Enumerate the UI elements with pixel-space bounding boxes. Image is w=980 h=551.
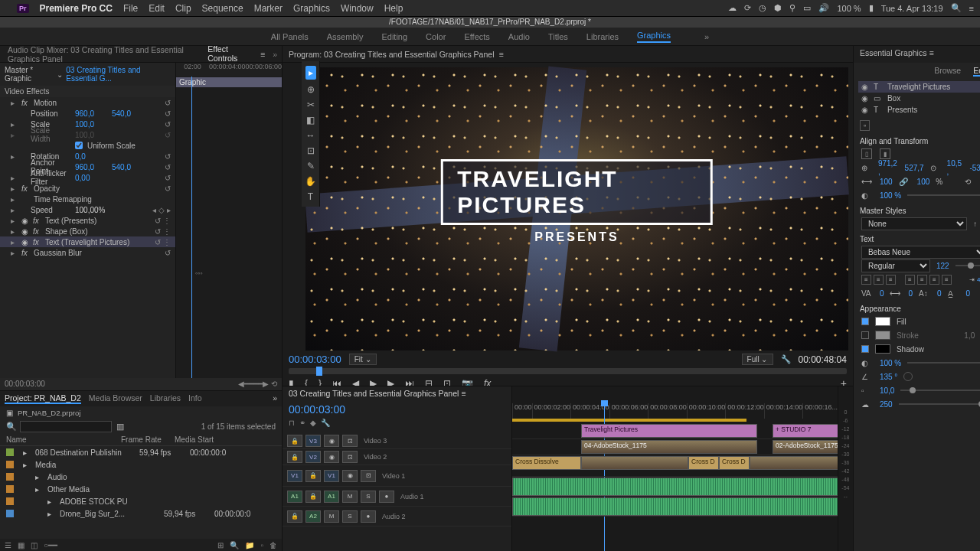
position-x[interactable]: 960,0 (75, 109, 107, 118)
twirl-icon[interactable]: ▸ (11, 120, 17, 129)
reset-icon[interactable]: ↺ (165, 184, 175, 193)
delete-icon[interactable]: 🗑 (270, 541, 277, 549)
font-size[interactable]: 122 (936, 262, 949, 270)
stroke-checkbox[interactable] (861, 331, 869, 339)
project-search-input[interactable] (20, 421, 112, 432)
zoom-scroll[interactable]: ◀━━━━▶ (238, 380, 269, 388)
flicker-value[interactable]: 0,00 (75, 174, 107, 182)
fill-checkbox[interactable] (861, 318, 869, 325)
type-tool[interactable]: T (308, 191, 313, 202)
playhead-handle[interactable] (316, 367, 322, 376)
sync-icon[interactable]: ⟳ (744, 3, 751, 13)
rec-a2[interactable]: ● (361, 510, 376, 523)
title-sub-text[interactable]: PRESENTS (534, 230, 619, 244)
timeline-zoom-scroll[interactable] (512, 542, 838, 549)
menu-window[interactable]: Window (341, 3, 374, 14)
shadow-distance[interactable]: 10,0 (880, 386, 894, 395)
scale-value[interactable]: 100,0 (75, 120, 107, 129)
ruler-tick[interactable]: 00:00:14:00 (764, 403, 803, 419)
find-icon[interactable]: 🔍 (230, 541, 239, 549)
opacity-slider[interactable] (907, 194, 980, 196)
track-sync-v1[interactable]: ⊡ (361, 470, 376, 482)
loop-icon[interactable]: ⟲ (271, 380, 277, 388)
ws-effects[interactable]: Effects (464, 32, 489, 41)
align-justify-c-icon[interactable]: ≡ (942, 275, 952, 285)
tracking-right-value[interactable]: 400 (977, 275, 980, 285)
slip-tool[interactable]: ↔ (306, 130, 315, 141)
timeline-clip[interactable] (750, 456, 838, 470)
track-select-tool[interactable]: ⊕ (307, 84, 315, 95)
track-target-v2[interactable]: V2 (305, 451, 321, 463)
track-lock-v2[interactable]: 🔒 (287, 451, 302, 463)
eye-icon[interactable]: ◉ (861, 94, 869, 103)
tracking-v[interactable]: 0 (880, 289, 884, 298)
menu-sequence[interactable]: Sequence (202, 3, 243, 14)
ec-clip-link[interactable]: 03 Creating Titles and Essential G... (66, 66, 171, 83)
track-target-v3[interactable]: V3 (305, 435, 321, 447)
track-lock-v1[interactable]: 🔒 (305, 470, 321, 482)
icon-view-icon[interactable]: ▦ (18, 541, 24, 549)
stroke-width[interactable]: 1,0 (964, 331, 975, 340)
mute-a1[interactable]: M (342, 491, 358, 503)
shadow-opacity[interactable]: 100 % (880, 359, 901, 367)
push-style-icon[interactable]: ↑ (973, 220, 977, 228)
reset-icon[interactable]: ↺ (165, 99, 175, 107)
timeline-clip[interactable]: Travelight Pictures (581, 424, 757, 438)
kf-prev-icon[interactable]: ◂ (152, 206, 156, 214)
layer-text-travelight[interactable]: Text (Travelight Pictures) (45, 238, 129, 246)
track-sync-v2[interactable]: ⊡ (342, 451, 358, 463)
font-size-slider[interactable] (956, 265, 980, 266)
ruler-tick[interactable]: 00:00:12:00 (725, 403, 764, 419)
menu-graphics[interactable]: Graphics (293, 3, 330, 14)
master-style-select[interactable]: None (861, 217, 967, 230)
eg-pos-y[interactable]: 527,7 (905, 164, 924, 172)
time-remap-effect[interactable]: Time Remapping (34, 195, 92, 204)
track-lock-v3[interactable]: 🔒 (287, 435, 302, 447)
tab-audio-mixer[interactable]: Audio Clip Mixer: 03 Creating Titles and… (5, 45, 197, 64)
gaussian-blur-effect[interactable]: Gaussian Blur (34, 249, 82, 257)
opacity-effect[interactable]: Opacity (34, 184, 60, 193)
freeform-view-icon[interactable]: ◫ (31, 541, 38, 549)
dropbox-icon[interactable]: ⬢ (774, 3, 782, 13)
ruler-tick[interactable]: 00:00:10:00 (687, 403, 726, 419)
ws-overflow-icon[interactable]: » (704, 32, 709, 41)
col-name[interactable]: Name (6, 435, 121, 444)
shadow-blur[interactable]: 250 (880, 400, 893, 409)
title-main-text[interactable]: TRAVELIGHT PICTURES (457, 166, 696, 218)
reset-icon[interactable]: ↺ (165, 109, 175, 118)
project-item[interactable]: ▸Audio (0, 471, 282, 483)
eg-opacity[interactable]: 100 % (880, 191, 901, 200)
eg-scale-w[interactable]: 100 (880, 178, 893, 186)
ec-playhead[interactable] (191, 77, 192, 378)
kf-next-icon[interactable]: ▸ (167, 206, 171, 214)
project-item[interactable]: ▸Drone_Big Sur_2...59,94 fps00:00:00:0 (0, 507, 282, 520)
track-sync-v3[interactable]: ⊡ (342, 435, 358, 447)
snap-icon[interactable]: ⊓ (289, 419, 295, 427)
ws-libraries[interactable]: Libraries (586, 32, 619, 41)
ws-audio[interactable]: Audio (508, 32, 530, 41)
eg-layer[interactable]: ◉▭Box (858, 93, 980, 104)
eye-icon[interactable]: ◉ (21, 227, 28, 236)
reset-icon[interactable]: ↺ (165, 163, 175, 171)
project-item[interactable]: ▸068 Destination Publishin59,94 fps00:00… (0, 446, 282, 458)
eye-icon[interactable]: ◉ (21, 217, 28, 225)
eg-tab-browse[interactable]: Browse (934, 66, 961, 77)
chevron-down-icon[interactable]: ⌄ (57, 70, 63, 79)
wifi-icon[interactable]: ⚲ (789, 3, 795, 13)
tab-info[interactable]: Info (188, 393, 202, 404)
align-left-text-icon[interactable]: ≡ (861, 275, 871, 285)
selection-tool[interactable]: ▸ (305, 66, 316, 80)
eg-scale-h[interactable]: 100 (917, 178, 930, 186)
angle-dial-icon[interactable] (903, 372, 913, 381)
ruler-tick[interactable]: 00:00:08:00 (648, 403, 687, 419)
program-scrubber[interactable] (289, 368, 847, 374)
source-a1[interactable]: A1 (287, 491, 302, 503)
align-justify-icon[interactable]: ≡ (905, 275, 915, 285)
solo-a2[interactable]: S (342, 510, 358, 523)
project-item[interactable]: ▸ADOBE STOCK PU (0, 495, 282, 507)
eg-anchor-x[interactable]: 10,5 , (947, 159, 964, 176)
clock-icon[interactable]: ◷ (759, 3, 766, 13)
program-monitor[interactable]: TRAVELIGHT PICTURES PRESENTS (305, 67, 848, 350)
align-center-text-icon[interactable]: ≡ (874, 275, 884, 285)
font-select[interactable]: Bebas Neue (861, 246, 980, 259)
